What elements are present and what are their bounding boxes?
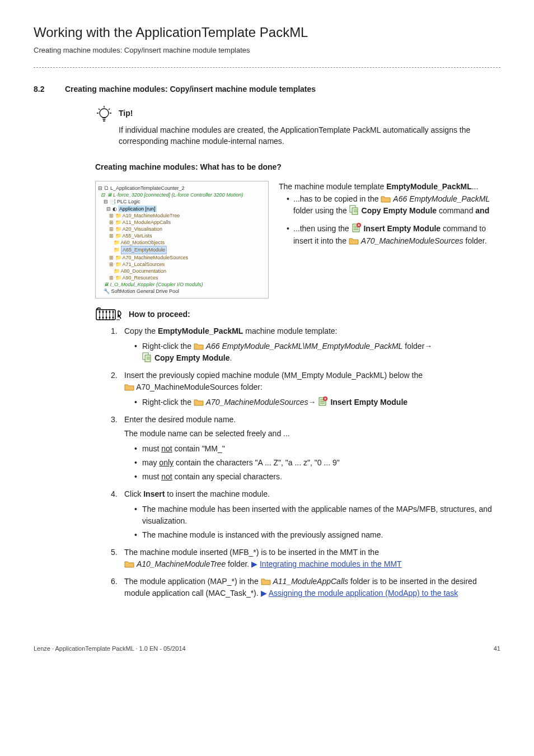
tip-label: Tip! — [119, 108, 133, 119]
tree-item: A90_Resources — [123, 275, 158, 281]
tree-application: Application [run] — [118, 206, 157, 212]
intro-lead: The machine module template — [279, 182, 386, 191]
tree-item: A20_Visualisation — [123, 226, 162, 232]
tree-item: A70_MachineModuleSources — [123, 255, 189, 260]
footer-left: Lenze · ApplicationTemplate PackML · 1.0… — [34, 644, 186, 654]
section-number: 8.2 — [34, 83, 65, 95]
howto-label: How to proceed: — [129, 309, 190, 320]
step-1-sub: Right-click the A66 EmptyModule_PackML\M… — [134, 340, 500, 364]
tip-block: Tip! If individual machine modules are c… — [95, 105, 500, 147]
intro-lead-tail: ... — [472, 182, 479, 191]
page-title: Working with the ApplicationTemplate Pac… — [34, 22, 500, 43]
step-2: Insert the previously copied machine mod… — [111, 370, 500, 408]
abacus-icon — [95, 306, 123, 322]
folder-icon — [124, 559, 134, 568]
step-4-b1: The machine module has been inserted wit… — [134, 503, 500, 527]
tree-item: A10_MachineModuleTree — [123, 213, 180, 218]
tree-item: A80_Documentation — [121, 268, 167, 274]
folder-icon — [194, 342, 204, 351]
intro-text: The machine module template EmptyModule_… — [279, 181, 500, 298]
page-subtitle: Creating machine modules: Copy/insert ma… — [34, 45, 500, 56]
tree-softmotion: SoftMotion General Drive Pool — [111, 288, 180, 294]
tip-body: If individual machine modules are create… — [119, 124, 500, 147]
copy-icon — [349, 205, 359, 215]
intro-lead-bold: EmptyModule_PackML — [386, 182, 471, 191]
sub-heading: Creating machine modules: What has to be… — [95, 161, 500, 173]
step-6: The module application (MAP_*) in the A1… — [111, 576, 500, 599]
divider — [34, 67, 500, 68]
intro-bullet-1: ...has to be copied in the A66 EmptyModu… — [287, 193, 500, 217]
tree-item: A60_MotionObjects — [121, 240, 165, 245]
bulb-icon — [95, 105, 113, 122]
tree-plc: PLC Logic — [117, 199, 140, 204]
step-4: Click Insert to insert the machine modul… — [111, 488, 500, 541]
intro-bullet-2: ...then using the Insert Empty Module co… — [287, 223, 500, 247]
step-3-b3: must not contain any special characters. — [134, 471, 500, 483]
tree-item: A71_LocalSources — [123, 262, 165, 267]
step-3: Enter the desired module name. The modul… — [111, 414, 500, 483]
project-tree: ⊟ 🗋 L_ApplicationTemplateCounter_2 ⊟ 🖥 L… — [95, 181, 269, 298]
page-footer: Lenze · ApplicationTemplate PackML · 1.0… — [34, 644, 500, 654]
insert-icon — [352, 223, 362, 233]
folder-icon — [124, 382, 134, 391]
tree-device: L-force_3200 [connected] (L-force Contro… — [113, 192, 243, 198]
copy-icon — [142, 352, 152, 362]
folder-icon — [381, 194, 391, 203]
folder-icon — [349, 236, 359, 245]
folder-icon — [261, 577, 271, 586]
link-mmt[interactable]: Integrating machine modules in the MMT — [260, 559, 402, 568]
step-3-b2: may only contain the characters "A ... Z… — [134, 457, 500, 469]
section-title: Creating machine modules: Copy/insert ma… — [65, 83, 316, 95]
howto-block: How to proceed: Copy the EmptyModule_Pac… — [95, 306, 500, 599]
step-3-b1: must not contain "MM_" — [134, 443, 500, 455]
folder-icon — [194, 398, 204, 407]
step-4-b2: The machine module is instanced with the… — [134, 529, 500, 541]
tree-root: L_ApplicationTemplateCounter_2 — [110, 185, 185, 191]
step-2-sub: Right-click the A70_MachineModuleSources… — [134, 396, 500, 408]
link-modapp[interactable]: Assigning the module application (ModApp… — [269, 589, 458, 598]
insert-icon — [318, 396, 328, 407]
tree-item: A11_ModuleAppCalls — [123, 220, 171, 225]
footer-page-number: 41 — [494, 644, 500, 654]
step-1: Copy the EmptyModule_PackML machine modu… — [111, 325, 500, 364]
tree-item: A55_VarLists — [123, 233, 152, 239]
section-heading: 8.2 Creating machine modules: Copy/inser… — [34, 83, 500, 95]
tree-coupler: I_O_Modul_Koppler (Coupler I/O moduls) — [110, 282, 203, 287]
tree-item-selected: A65_EmptyModule — [121, 246, 167, 254]
step-5: The machine module inserted (MFB_*) is t… — [111, 547, 500, 570]
